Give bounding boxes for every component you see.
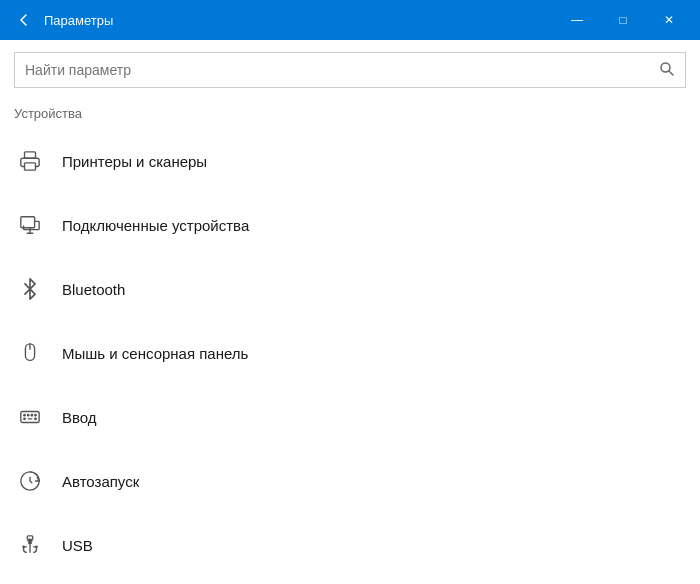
svg-point-22 [35,418,36,419]
keyboard-icon [14,401,46,433]
menu-item-input-label: Ввод [62,409,97,426]
menu-item-mouse[interactable]: Мышь и сенсорная панель [0,321,700,385]
section-header: Устройства [0,98,700,125]
svg-point-27 [22,545,25,548]
search-input[interactable] [25,62,659,78]
usb-icon [14,529,46,561]
svg-point-28 [35,545,38,548]
menu-item-autorun-label: Автозапуск [62,473,139,490]
svg-rect-3 [25,163,36,170]
window-title: Параметры [44,13,554,28]
bluetooth-icon [14,273,46,305]
menu-item-autorun[interactable]: Автозапуск [0,449,700,513]
menu-item-connected-devices[interactable]: Подключенные устройства [0,193,700,257]
title-bar: Параметры — □ ✕ [0,0,700,40]
search-container [0,40,700,98]
menu-item-printers-label: Принтеры и сканеры [62,153,207,170]
svg-point-18 [27,414,28,415]
svg-point-19 [31,414,32,415]
maximize-button[interactable]: □ [600,0,646,40]
svg-rect-9 [21,412,39,423]
autoplay-icon [14,465,46,497]
menu-item-printers[interactable]: Принтеры и сканеры [0,129,700,193]
menu-item-bluetooth[interactable]: Bluetooth [0,257,700,321]
svg-point-17 [24,414,25,415]
menu-item-input[interactable]: Ввод [0,385,700,449]
search-box [14,52,686,88]
minimize-button[interactable]: — [554,0,600,40]
menu-item-connected-devices-label: Подключенные устройства [62,217,249,234]
svg-rect-2 [25,152,36,158]
menu-item-usb-label: USB [62,537,93,554]
svg-line-1 [669,71,673,75]
settings-window: Параметры — □ ✕ Устройства [0,0,700,584]
mouse-icon [14,337,46,369]
connected-devices-icon [14,209,46,241]
svg-point-21 [24,418,25,419]
close-button[interactable]: ✕ [646,0,692,40]
svg-point-20 [35,414,36,415]
back-button[interactable] [8,4,40,36]
menu-item-bluetooth-label: Bluetooth [62,281,125,298]
window-controls: — □ ✕ [554,0,692,40]
search-icon [659,61,675,80]
printer-icon [14,145,46,177]
menu-item-mouse-label: Мышь и сенсорная панель [62,345,248,362]
menu-item-usb[interactable]: USB [0,513,700,577]
menu-list: Принтеры и сканеры Подключенные устройст… [0,125,700,584]
